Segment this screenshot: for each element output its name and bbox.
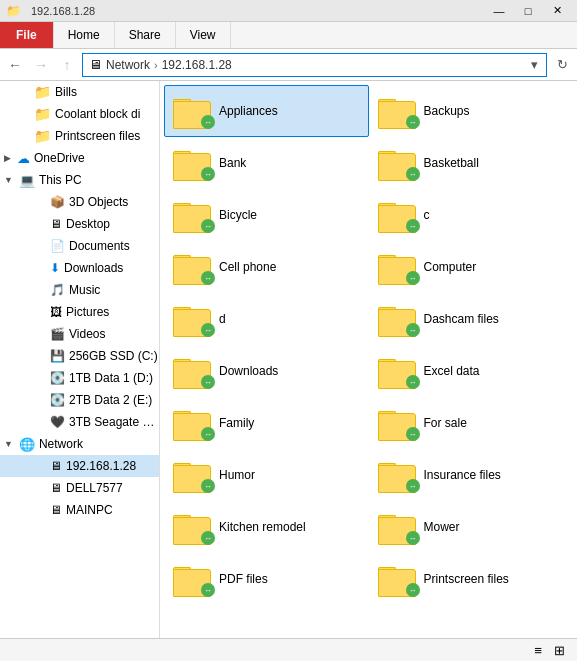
file-item[interactable]: ↔Appliances xyxy=(164,85,369,137)
file-name-label: Backups xyxy=(424,104,470,118)
ribbon-tabs: File Home Share View xyxy=(0,22,577,48)
sidebar-label-thispc: This PC xyxy=(39,173,82,187)
file-item[interactable]: ↔Mower xyxy=(369,501,574,553)
sidebar-item-data1[interactable]: 💽 1TB Data 1 (D:) xyxy=(0,367,159,389)
file-item[interactable]: ↔PDF files xyxy=(164,553,369,605)
file-name-label: For sale xyxy=(424,416,467,430)
title-bar: 📁 192.168.1.28 — □ ✕ xyxy=(0,0,577,22)
close-button[interactable]: ✕ xyxy=(543,2,571,20)
file-item[interactable]: ↔Basketball xyxy=(369,137,574,189)
file-item[interactable]: ↔Kitchen remodel xyxy=(164,501,369,553)
network-badge-icon: ↔ xyxy=(406,583,420,597)
file-item[interactable]: ↔Humor xyxy=(164,449,369,501)
net-folder-icon: ↔ xyxy=(173,561,213,597)
network-badge-icon: ↔ xyxy=(201,219,215,233)
sidebar-item-data2[interactable]: 💽 2TB Data 2 (E:) xyxy=(0,389,159,411)
network-badge-icon: ↔ xyxy=(406,375,420,389)
folder-icon: 📁 xyxy=(34,84,51,100)
file-item[interactable]: ↔Printscreen files xyxy=(369,553,574,605)
tab-share[interactable]: Share xyxy=(115,22,176,48)
file-item[interactable]: ↔c xyxy=(369,189,574,241)
sidebar-item-dell7577[interactable]: 🖥 DELL7577 xyxy=(0,477,159,499)
sidebar-item-videos[interactable]: 🎬 Videos xyxy=(0,323,159,345)
sidebar-item-coolant[interactable]: 📁 Coolant block di xyxy=(0,103,159,125)
sidebar-item-printscreen-pinned[interactable]: 📁 Printscreen files xyxy=(0,125,159,147)
sidebar-item-thispc[interactable]: ▼ 💻 This PC xyxy=(0,169,159,191)
net-folder-icon: ↔ xyxy=(173,353,213,389)
sidebar-item-bills[interactable]: 📁 Bills xyxy=(0,81,159,103)
up-button[interactable]: ↑ xyxy=(56,54,78,76)
downloads-icon: ⬇ xyxy=(50,261,60,275)
file-grid: ↔Appliances↔Backups↔Bank↔Basketball↔Bicy… xyxy=(164,85,573,605)
sidebar-item-downloads[interactable]: ⬇ Downloads xyxy=(0,257,159,279)
pc-dell-icon: 🖥 xyxy=(50,481,62,495)
network-badge-icon: ↔ xyxy=(406,115,420,129)
net-folder-icon: ↔ xyxy=(173,249,213,285)
network-badge-icon: ↔ xyxy=(201,167,215,181)
net-folder-icon: ↔ xyxy=(173,457,213,493)
forward-button[interactable]: → xyxy=(30,54,52,76)
folder-icon: 📁 xyxy=(34,128,51,144)
file-item[interactable]: ↔Dashcam files xyxy=(369,293,574,345)
large-icons-view-button[interactable]: ⊞ xyxy=(550,641,569,660)
details-view-button[interactable]: ≡ xyxy=(530,641,546,660)
address-computer-icon: 🖥 xyxy=(89,57,102,72)
tab-home[interactable]: Home xyxy=(54,22,115,48)
window-icon: 📁 xyxy=(6,4,21,18)
sidebar-item-network[interactable]: ▼ 🌐 Network xyxy=(0,433,159,455)
main-layout: 📁 Bills 📁 Coolant block di 📁 Printscreen… xyxy=(0,81,577,638)
sidebar-item-ssd[interactable]: 💾 256GB SSD (C:) xyxy=(0,345,159,367)
file-item[interactable]: ↔Cell phone xyxy=(164,241,369,293)
refresh-button[interactable]: ↻ xyxy=(551,54,573,76)
net-folder-icon: ↔ xyxy=(378,301,418,337)
file-item[interactable]: ↔d xyxy=(164,293,369,345)
file-item[interactable]: ↔Bicycle xyxy=(164,189,369,241)
file-name-label: Insurance files xyxy=(424,468,501,482)
network-badge-icon: ↔ xyxy=(201,479,215,493)
file-name-label: Bank xyxy=(219,156,246,170)
music-icon: 🎵 xyxy=(50,283,65,297)
file-item[interactable]: ↔Downloads xyxy=(164,345,369,397)
file-item[interactable]: ↔Backups xyxy=(369,85,574,137)
minimize-button[interactable]: — xyxy=(485,2,513,20)
file-item[interactable]: ↔Family xyxy=(164,397,369,449)
sidebar-label-3dobjects: 3D Objects xyxy=(69,195,128,209)
file-name-label: Kitchen remodel xyxy=(219,520,306,534)
sidebar-item-seagate[interactable]: 🖤 3TB Seagate Bac xyxy=(0,411,159,433)
network-badge-icon: ↔ xyxy=(406,323,420,337)
net-folder-icon: ↔ xyxy=(378,561,418,597)
sidebar-item-192168128[interactable]: 🖥 192.168.1.28 xyxy=(0,455,159,477)
sidebar-item-desktop[interactable]: 🖥 Desktop xyxy=(0,213,159,235)
window-controls: — □ ✕ xyxy=(485,2,571,20)
file-name-label: Bicycle xyxy=(219,208,257,222)
sidebar-item-music[interactable]: 🎵 Music xyxy=(0,279,159,301)
file-item[interactable]: ↔For sale xyxy=(369,397,574,449)
network-badge-icon: ↔ xyxy=(201,583,215,597)
sidebar-label-mainpc: MAINPC xyxy=(66,503,113,517)
sidebar-item-documents[interactable]: 📄 Documents xyxy=(0,235,159,257)
back-button[interactable]: ← xyxy=(4,54,26,76)
file-item[interactable]: ↔Excel data xyxy=(369,345,574,397)
network-badge-icon: ↔ xyxy=(406,167,420,181)
maximize-button[interactable]: □ xyxy=(514,2,542,20)
file-item[interactable]: ↔Bank xyxy=(164,137,369,189)
address-dropdown-button[interactable]: ▾ xyxy=(529,55,540,74)
sidebar-label-pictures: Pictures xyxy=(66,305,109,319)
sidebar-item-onedrive[interactable]: ▶ ☁ OneDrive xyxy=(0,147,159,169)
sidebar-label-ssd: 256GB SSD (C:) xyxy=(69,349,158,363)
sidebar-label-downloads: Downloads xyxy=(64,261,123,275)
address-box[interactable]: 🖥 Network › 192.168.1.28 ▾ xyxy=(82,53,547,77)
documents-icon: 📄 xyxy=(50,239,65,253)
tab-file[interactable]: File xyxy=(0,22,54,48)
sidebar-item-mainpc[interactable]: 🖥 MAINPC xyxy=(0,499,159,521)
sidebar-label-documents: Documents xyxy=(69,239,130,253)
network-icon: 🌐 xyxy=(19,437,35,452)
tab-view[interactable]: View xyxy=(176,22,231,48)
file-item[interactable]: ↔Insurance files xyxy=(369,449,574,501)
sidebar-item-3dobjects[interactable]: 📦 3D Objects xyxy=(0,191,159,213)
file-name-label: Excel data xyxy=(424,364,480,378)
pc-net-icon: 🖥 xyxy=(50,459,62,473)
file-item[interactable]: ↔Computer xyxy=(369,241,574,293)
status-bar: ≡ ⊞ xyxy=(0,638,577,661)
sidebar-item-pictures[interactable]: 🖼 Pictures xyxy=(0,301,159,323)
